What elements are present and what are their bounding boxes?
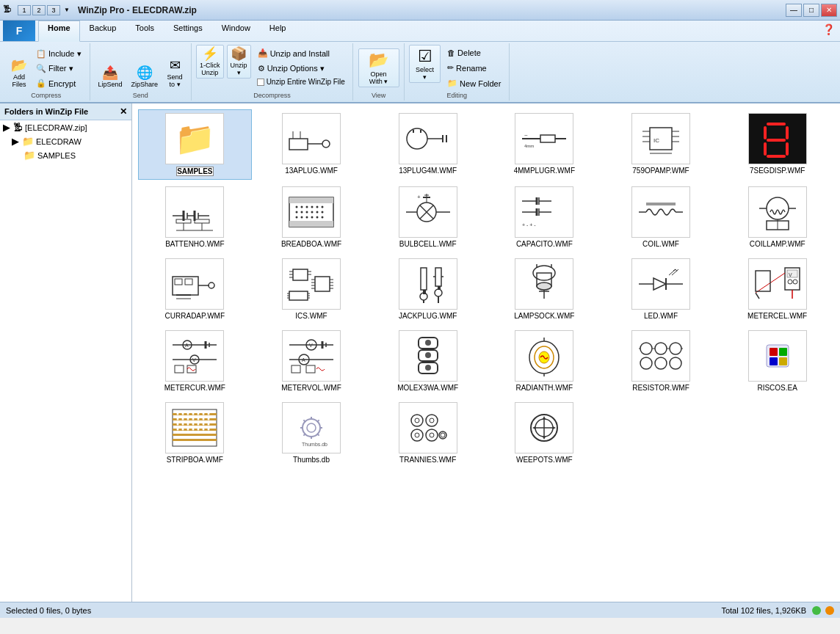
svg-rect-41	[195, 219, 209, 223]
list-item[interactable]: JACKPLUG.WMF	[371, 255, 485, 324]
tab-settings[interactable]: Settings	[164, 21, 212, 42]
list-item[interactable]: LED.WMF	[604, 255, 718, 324]
unzip-install-button[interactable]: 📥 Unzip and Install	[254, 46, 348, 60]
list-item[interactable]: V A METERVOL.WMF	[255, 327, 369, 396]
list-item[interactable]: COILLAMP.WMF	[720, 183, 834, 252]
tab-tools[interactable]: Tools	[126, 21, 164, 42]
list-item[interactable]: MOLEX3WA.WMF	[371, 327, 485, 396]
svg-rect-204	[173, 418, 217, 420]
list-item[interactable]: ICS.WMF	[255, 255, 369, 324]
file-item-name: LED.WMF	[644, 312, 678, 320]
svg-rect-205	[173, 423, 217, 426]
encrypt-button[interactable]: 🔒 Encrypt	[32, 76, 85, 90]
svg-point-190	[640, 357, 652, 369]
file-item-name: BREADBOA.WMF	[281, 240, 341, 248]
tab-backup[interactable]: Backup	[80, 21, 126, 42]
list-item[interactable]: BREADBOA.WMF	[255, 183, 369, 252]
list-item[interactable]: 7SEGDISP.WMF	[720, 109, 834, 180]
list-item[interactable]: 13PLUG4M.WMF	[371, 109, 485, 180]
open-with-button[interactable]: 📂 OpenWith ▾	[358, 48, 399, 87]
file-menu-button[interactable]: F	[3, 21, 35, 41]
file-item-name: Thumbs.db	[293, 456, 330, 464]
svg-rect-200	[770, 357, 778, 365]
editing-group: ☑ Select▾ 🗑 Delete ✏ Rename 📁 New Folder	[405, 43, 510, 101]
decompress-group: ⚡ 1-Click Unzip 📦 Unzip ▾ 📥 Unzip and In…	[192, 43, 353, 101]
delete-icon: 🗑	[447, 48, 455, 57]
quick-btn-1[interactable]: 1	[18, 5, 31, 15]
wmf-preview	[402, 117, 454, 161]
quick-btn-3[interactable]: 3	[47, 5, 60, 15]
list-item[interactable]: A V METERCUR.WMF	[138, 327, 252, 396]
sidebar-close-button[interactable]: ✕	[120, 106, 127, 117]
select-button[interactable]: ☑ Select▾	[409, 45, 441, 83]
wmf-preview	[169, 262, 220, 306]
add-files-icon: 📂	[11, 59, 27, 72]
svg-point-150	[788, 280, 792, 284]
rename-button[interactable]: ✏ Rename	[443, 61, 504, 75]
file-thumbnail	[399, 330, 457, 382]
list-item[interactable]: ~ 4mm 4MMPLUGR.WMF	[488, 109, 601, 180]
svg-point-229	[208, 423, 210, 426]
file-item-name: 759OPAMP.WMF	[632, 167, 689, 175]
add-files-button[interactable]: 📂 Add Files	[7, 57, 31, 90]
quick-btn-2[interactable]: 2	[32, 5, 46, 15]
sidebar-item-elecdraw[interactable]: ▶ 📁 ELECDRAW	[0, 134, 131, 148]
wmf-preview	[169, 190, 220, 234]
list-item[interactable]: STRIPBOA.WMF	[138, 398, 252, 467]
svg-line-154	[756, 293, 759, 299]
zipshare-button[interactable]: 🌐 ZipShare	[128, 64, 162, 90]
list-item[interactable]: RADIANTH.WMF	[488, 327, 601, 396]
list-item[interactable]: V METERCEL.WMF	[720, 255, 834, 324]
list-item[interactable]: TRANNIES.WMF	[371, 398, 485, 467]
file-grid: 📁 SAMPLES 13APLUG.WMF	[132, 103, 840, 602]
list-item[interactable]: WEEPOTS.WMF	[488, 398, 601, 467]
help-icon[interactable]: ❓	[819, 21, 837, 38]
wmf-preview	[635, 262, 687, 306]
file-item-name: COIL.WMF	[642, 240, 679, 248]
svg-rect-164	[175, 365, 184, 373]
one-click-unzip-button[interactable]: ⚡ 1-Click Unzip	[196, 45, 224, 79]
list-item[interactable]: 13APLUG.WMF	[255, 109, 369, 180]
filter-button[interactable]: 🔍 Filter ▾	[32, 62, 85, 76]
tab-home[interactable]: Home	[38, 21, 80, 42]
list-item[interactable]: COIL.WMF	[604, 183, 718, 252]
lipzip-send-button[interactable]: 📤 LipSend	[95, 64, 126, 90]
list-item[interactable]: LAMPSOCK.WMF	[488, 255, 601, 324]
minimize-button[interactable]: —	[786, 4, 802, 17]
svg-text:V: V	[789, 272, 792, 277]
list-item[interactable]: IC 759OPAMP.WMF	[604, 109, 718, 180]
quick-dropdown[interactable]: ▼	[62, 5, 72, 15]
svg-point-222	[208, 418, 210, 420]
svg-text:V: V	[192, 357, 196, 362]
svg-point-209	[177, 413, 179, 415]
sidebar-item-root[interactable]: ▶ 🗜 [ELECDRAW.zip]	[0, 120, 131, 134]
list-item[interactable]: + BULBCELL.WMF	[371, 183, 485, 252]
send-to-button[interactable]: ✉ Send to ▾	[163, 57, 187, 90]
list-item[interactable]: BATTENHO.WMF	[138, 183, 252, 252]
svg-point-223	[177, 423, 179, 426]
unzip-options-button[interactable]: ⚙ Unzip Options ▾	[254, 62, 348, 76]
include-button[interactable]: 📋 Include ▾	[32, 47, 85, 61]
close-button[interactable]: ✕	[821, 4, 837, 17]
list-item[interactable]: CURRADAP.WMF	[138, 255, 252, 324]
list-item[interactable]: Thumbs.db Thumbs.db	[255, 398, 369, 467]
list-item[interactable]: RESISTOR.WMF	[604, 327, 718, 396]
maximize-button[interactable]: □	[803, 4, 819, 17]
new-folder-button[interactable]: 📁 New Folder	[443, 76, 504, 90]
svg-rect-47	[289, 221, 333, 227]
tab-window[interactable]: Window	[212, 21, 260, 42]
list-item[interactable]: RISCOS.EA	[720, 327, 834, 396]
list-item[interactable]: + - + - CAPACITO.WMF	[488, 183, 601, 252]
svg-rect-29	[767, 139, 786, 142]
file-thumbnail: + - + -	[515, 186, 573, 238]
svg-point-236	[208, 429, 210, 431]
list-item[interactable]: 📁 SAMPLES	[138, 109, 252, 180]
unzip-entire-checkbox[interactable]	[257, 79, 264, 86]
delete-button[interactable]: 🗑 Delete	[443, 46, 504, 59]
svg-line-244	[317, 434, 319, 436]
unzip-button[interactable]: 📦 Unzip ▾	[227, 45, 251, 79]
sidebar-item-samples[interactable]: 📁 SAMPLES	[0, 148, 131, 162]
unzip-options-icon: ⚙	[258, 64, 265, 73]
unzip-entire-button[interactable]: Unzip Entire WinZip File	[254, 77, 348, 87]
tab-help[interactable]: Help	[260, 21, 296, 42]
